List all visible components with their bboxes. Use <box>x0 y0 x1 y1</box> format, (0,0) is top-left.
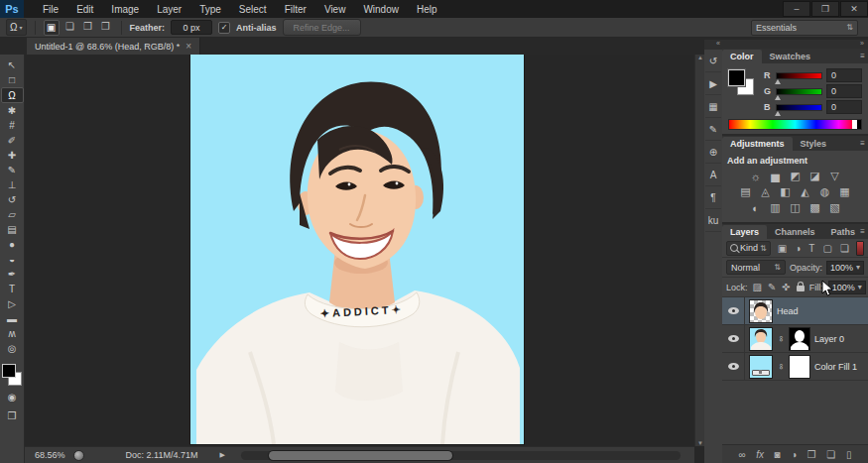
brush-presets-panel-icon[interactable]: ✎ <box>705 118 721 141</box>
layer-filter-kind-select[interactable]: Kind ⇅ <box>726 241 771 256</box>
blur-tool-icon[interactable]: ● <box>2 237 23 252</box>
green-value-field[interactable]: 0 <box>826 84 862 98</box>
layer-thumbnail[interactable] <box>750 328 772 350</box>
slider-thumb-icon[interactable] <box>775 95 781 100</box>
tab-paths[interactable]: Paths <box>823 225 864 239</box>
filter-adjustment-layers-icon[interactable]: ◑ <box>795 243 801 254</box>
healing-brush-tool-icon[interactable]: ✚ <box>2 148 23 163</box>
new-adjustment-layer-icon[interactable]: ◑ <box>791 449 797 460</box>
history-panel-icon[interactable]: ↺ <box>705 50 721 72</box>
foreground-color-swatch[interactable] <box>2 364 16 378</box>
gradient-map-icon[interactable]: ▩ <box>807 201 822 214</box>
zoom-level-field[interactable]: 68.56% <box>35 450 65 460</box>
menu-help[interactable]: Help <box>408 2 446 17</box>
new-layer-icon[interactable]: ❏ <box>826 449 835 460</box>
actions-panel-icon[interactable]: ▶ <box>705 72 721 95</box>
dock-collapse-arrows[interactable]: « <box>704 40 722 50</box>
refine-edge-button[interactable]: Refine Edge... <box>283 19 361 36</box>
kuler-panel-icon[interactable]: ku <box>705 209 721 232</box>
active-tool-preview[interactable]: Ω ▾ <box>6 19 27 36</box>
foreground-color-swatch[interactable] <box>728 69 745 86</box>
invert-icon[interactable]: ◐ <box>748 201 763 214</box>
eraser-tool-icon[interactable]: ▱ <box>2 207 23 222</box>
pen-tool-icon[interactable]: ✒ <box>2 267 23 282</box>
photo-filter-icon[interactable]: ◭ <box>798 185 812 198</box>
spectrum-black-swatch[interactable] <box>857 120 861 129</box>
selective-color-icon[interactable]: ▧ <box>827 201 842 214</box>
quick-selection-tool-icon[interactable]: ✱ <box>2 103 23 118</box>
intersect-selection-icon[interactable]: ❒ <box>99 20 113 34</box>
add-layer-mask-icon[interactable]: ◙ <box>775 449 781 460</box>
horizontal-scrollbar[interactable] <box>241 451 681 460</box>
paragraph-panel-icon[interactable]: ¶ <box>705 186 721 209</box>
panel-menu-icon[interactable]: ≡ <box>860 227 865 236</box>
tab-adjustments[interactable]: Adjustments <box>722 137 793 151</box>
screen-mode-button[interactable]: ❐ <box>2 408 23 423</box>
new-group-icon[interactable]: ❒ <box>807 449 816 460</box>
menu-edit[interactable]: Edit <box>67 2 102 17</box>
menu-type[interactable]: Type <box>190 2 230 17</box>
fill-layer-thumbnail[interactable] <box>750 356 772 378</box>
clone-source-panel-icon[interactable]: ⊕ <box>705 141 721 164</box>
layer-thumbnail[interactable] <box>750 300 772 322</box>
curves-icon[interactable]: ◩ <box>788 170 803 182</box>
menu-filter[interactable]: Filter <box>276 2 315 17</box>
posterize-icon[interactable]: ▥ <box>768 201 783 214</box>
menu-file[interactable]: File <box>34 2 67 17</box>
layer-style-icon[interactable]: fx <box>756 449 764 460</box>
new-selection-icon[interactable]: ▣ <box>44 20 60 36</box>
lasso-tool-icon[interactable]: Ω <box>1 87 24 103</box>
subtract-from-selection-icon[interactable]: ❐ <box>81 20 95 34</box>
document-tab[interactable]: Untitled-1 @ 68.6% (Head, RGB/8) * × <box>27 38 200 55</box>
fill-field[interactable]: 100% ▾ <box>828 281 866 294</box>
menu-image[interactable]: Image <box>102 2 148 17</box>
link-layers-icon[interactable]: ∞ <box>739 449 746 460</box>
type-tool-icon[interactable]: T <box>2 282 23 296</box>
tab-color[interactable]: Color <box>722 50 762 63</box>
green-slider[interactable] <box>776 88 822 95</box>
scroll-down-icon[interactable]: ▼ <box>697 440 703 446</box>
scroll-up-icon[interactable]: ▲ <box>697 55 703 60</box>
tab-layers[interactable]: Layers <box>722 225 767 239</box>
filter-shape-layers-icon[interactable]: ▢ <box>822 243 831 254</box>
rectangle-shape-tool-icon[interactable]: ▬ <box>2 311 23 326</box>
dodge-tool-icon[interactable]: ◒ <box>2 252 23 267</box>
restore-button[interactable]: ❐ <box>811 1 839 17</box>
layer-row-layer0[interactable]: ∞ Layer 0 <box>722 325 868 353</box>
filter-type-layers-icon[interactable]: T <box>808 243 814 254</box>
red-slider[interactable] <box>776 72 822 79</box>
layer-row-head[interactable]: Head <box>722 297 868 325</box>
brush-tool-icon[interactable]: ✎ <box>2 163 23 177</box>
menu-view[interactable]: View <box>315 2 355 17</box>
workspace-selector[interactable]: Essentials ⇅ <box>751 20 858 36</box>
menu-layer[interactable]: Layer <box>148 2 190 17</box>
crop-tool-icon[interactable]: # <box>2 118 23 133</box>
tab-swatches[interactable]: Swatches <box>762 50 819 63</box>
filter-smart-objects-icon[interactable]: ❏ <box>840 243 849 254</box>
mini-bridge-panel-icon[interactable]: ▦ <box>705 95 721 118</box>
panel-color-swatches[interactable] <box>728 69 754 95</box>
levels-icon[interactable]: ▅ <box>768 170 783 182</box>
lock-all-icon[interactable] <box>797 286 805 291</box>
exposure-icon[interactable]: ◪ <box>807 170 822 182</box>
eye-icon[interactable] <box>728 335 739 342</box>
panels-collapse-arrows[interactable]: » <box>722 40 868 49</box>
panel-menu-icon[interactable]: ≡ <box>860 139 865 148</box>
blend-mode-select[interactable]: Normal ⇅ <box>726 260 786 275</box>
delete-layer-icon[interactable]: ▯ <box>846 449 852 460</box>
channel-mixer-icon[interactable]: ◍ <box>817 185 832 198</box>
layer-mask-thumbnail[interactable] <box>790 356 809 378</box>
threshold-icon[interactable]: ◫ <box>788 201 803 214</box>
opacity-field[interactable]: 100% ▾ <box>826 261 864 275</box>
history-brush-tool-icon[interactable]: ↺ <box>2 192 23 207</box>
hue-saturation-icon[interactable]: ▤ <box>738 185 753 198</box>
blue-slider[interactable] <box>776 104 822 111</box>
color-lookup-icon[interactable]: ▦ <box>837 185 852 198</box>
filter-pixel-layers-icon[interactable]: ▣ <box>778 243 787 254</box>
tab-close-icon[interactable]: × <box>186 41 191 52</box>
antialias-checkbox[interactable]: ✓ <box>218 22 230 34</box>
menu-select[interactable]: Select <box>230 2 276 17</box>
eyedropper-tool-icon[interactable]: ✐ <box>2 133 23 148</box>
brightness-contrast-icon[interactable]: ☼ <box>748 170 763 182</box>
layer-filter-toggle[interactable] <box>856 241 864 256</box>
